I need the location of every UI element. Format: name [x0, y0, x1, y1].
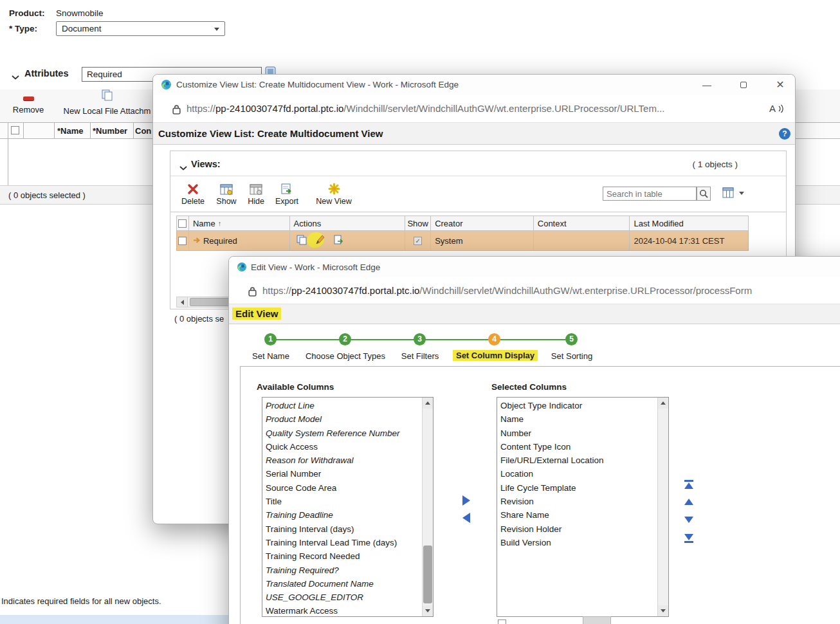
table-row[interactable]: Required ✓ System 2024-10-04 17:31 CEST	[176, 231, 749, 251]
available-scrollbar[interactable]	[422, 398, 433, 616]
move-to-bottom-button[interactable]	[684, 534, 693, 543]
step-2-label[interactable]: Choose Object Types	[306, 351, 385, 361]
column-display-panel: Available Columns Selected Columns Produ…	[240, 366, 840, 624]
search-input[interactable]	[603, 187, 697, 201]
step-3-label[interactable]: Set Filters	[401, 351, 439, 361]
attachment-icon	[101, 94, 114, 104]
column-item[interactable]: Training Deadline	[262, 508, 422, 522]
column-item[interactable]: Content Type Icon	[497, 440, 657, 454]
edit-view-window: Edit View - Work - Microsoft Edge https:…	[228, 256, 840, 624]
column-item[interactable]: Object Type Indicator	[497, 399, 657, 412]
column-item[interactable]: Training Record Needed	[262, 549, 422, 563]
lock-icon	[172, 104, 181, 116]
move-to-top-button[interactable]	[684, 480, 693, 489]
minimize-button[interactable]: —	[697, 77, 717, 93]
column-header-content: Con	[135, 126, 151, 136]
remove-column-button[interactable]	[462, 513, 470, 523]
scrollbar-thumb[interactable]	[423, 546, 432, 603]
step-4-label[interactable]: Set Column Display	[453, 350, 538, 361]
column-item[interactable]: Training Interval (days)	[262, 522, 422, 536]
attributes-input-value: Required	[87, 69, 122, 79]
column-item[interactable]: Number	[497, 427, 657, 440]
col-last-modified[interactable]: Last Modified	[630, 216, 748, 230]
page-header: Edit View	[229, 304, 840, 324]
address-bar[interactable]: https://pp-2410030747fd.portal.ptc.io/Wi…	[153, 95, 795, 123]
column-header-name: *Name	[57, 126, 83, 136]
step-1-label[interactable]: Set Name	[252, 351, 289, 361]
column-item[interactable]: Watermark Access	[262, 604, 422, 617]
available-columns-list[interactable]: Product LineProduct ModelQuality System …	[262, 397, 434, 617]
views-collapse-icon[interactable]	[179, 163, 187, 172]
column-item[interactable]: Quality System Reference Number	[262, 427, 422, 440]
col-name[interactable]: Name↑	[189, 216, 290, 230]
scroll-up-icon[interactable]	[658, 398, 668, 408]
column-item[interactable]: File/URL/External Location	[497, 454, 657, 467]
export-button[interactable]: Export	[269, 179, 305, 206]
column-item[interactable]: Training Required?	[262, 564, 422, 577]
move-down-button[interactable]	[684, 517, 693, 523]
select-all-checkbox[interactable]	[11, 126, 19, 134]
remove-button[interactable]: Remove	[10, 93, 46, 115]
selected-scrollbar[interactable]	[657, 398, 668, 616]
address-bar[interactable]: https://pp-2410030747fd.portal.ptc.io/Wi…	[229, 279, 840, 304]
header-checkbox[interactable]	[178, 219, 187, 228]
window-titlebar[interactable]: Edit View - Work - Microsoft Edge	[229, 257, 840, 277]
column-item[interactable]: Share Name	[497, 508, 657, 522]
col-creator[interactable]: Creator	[431, 216, 534, 230]
column-item[interactable]: USE_GOOGLE_EDITOR	[262, 591, 422, 604]
scroll-down-icon[interactable]	[423, 605, 433, 616]
sort-asc-icon: ↑	[218, 219, 222, 227]
column-item[interactable]: Revision	[497, 495, 657, 508]
maximize-button[interactable]	[734, 77, 753, 93]
column-item[interactable]: Build Version	[497, 536, 657, 549]
chevron-down-icon[interactable]	[739, 192, 744, 195]
column-item[interactable]: Training Interval Lead Time (days)	[262, 536, 422, 549]
column-item[interactable]: Source Code Area	[262, 481, 422, 495]
column-item[interactable]: Life Cycle Template	[497, 481, 657, 495]
scroll-down-icon[interactable]	[658, 605, 668, 616]
column-item[interactable]: Product Line	[262, 399, 422, 412]
edit-view-icon[interactable]	[315, 234, 325, 247]
step-2-circle[interactable]: 2	[339, 333, 351, 345]
move-up-button[interactable]	[684, 499, 693, 505]
search-icon[interactable]	[697, 187, 711, 201]
lock-icon	[248, 286, 257, 298]
add-column-button[interactable]	[462, 495, 470, 506]
step-4-circle[interactable]: 4	[488, 333, 500, 345]
window-titlebar[interactable]: Customize View List: Create Multidocumen…	[153, 75, 795, 95]
step-3-circle[interactable]: 3	[414, 333, 426, 345]
scroll-up-icon[interactable]	[423, 398, 433, 408]
new-view-button[interactable]: New View	[313, 179, 355, 206]
col-context[interactable]: Context	[534, 216, 630, 230]
attributes-collapse-icon[interactable]	[12, 72, 19, 82]
partial-button[interactable]	[583, 616, 611, 624]
help-icon[interactable]: ?	[779, 128, 790, 140]
table-view-options-icon[interactable]	[722, 187, 735, 201]
column-item[interactable]: Serial Number	[262, 467, 422, 481]
read-aloud-icon[interactable]: A	[769, 103, 785, 116]
column-item[interactable]: Quick Access	[262, 440, 422, 454]
col-show[interactable]: Show	[405, 216, 431, 230]
step-1-circle[interactable]: 1	[264, 333, 277, 345]
partial-checkbox[interactable]	[498, 619, 506, 624]
chevron-down-icon	[214, 28, 219, 31]
column-item[interactable]: Title	[262, 495, 422, 508]
column-item[interactable]: Reason for Withdrawal	[262, 454, 422, 467]
close-button[interactable]: ✕	[771, 77, 790, 93]
new-local-file-button[interactable]: New Local File Attachm	[54, 89, 160, 116]
row-checkbox[interactable]	[178, 237, 187, 245]
column-item[interactable]: Translated Document Name	[262, 577, 422, 591]
type-select[interactable]: Document	[56, 21, 225, 36]
export-view-icon[interactable]	[333, 235, 344, 247]
delete-button[interactable]: Delete	[175, 179, 211, 206]
column-item[interactable]: Product Model	[262, 412, 422, 426]
column-item[interactable]: Location	[497, 467, 657, 481]
copy-view-icon[interactable]	[297, 235, 307, 247]
column-item[interactable]: Name	[497, 412, 657, 426]
selected-columns-list[interactable]: Object Type IndicatorNameNumberContent T…	[497, 397, 669, 617]
step-5-circle[interactable]: 5	[565, 333, 578, 345]
column-item[interactable]: Revision Holder	[497, 522, 657, 536]
col-actions[interactable]: Actions	[290, 216, 406, 230]
scroll-left-icon[interactable]	[177, 297, 188, 307]
step-5-label[interactable]: Set Sorting	[551, 351, 592, 361]
